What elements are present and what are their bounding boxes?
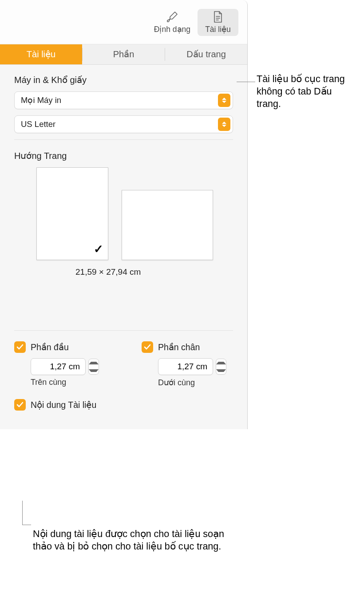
tab-bookmarks[interactable]: Dấu trang [165, 44, 247, 64]
updown-icon [218, 94, 230, 107]
header-margin-input[interactable]: 1,27 cm [31, 358, 86, 375]
document-icon [212, 11, 224, 23]
document-body-checkbox[interactable] [14, 399, 26, 411]
callout-document-body: Nội dung tài liệu được chọn cho tài liệu… [33, 528, 233, 553]
divider [14, 330, 233, 331]
format-tab[interactable]: Định dạng [150, 9, 195, 36]
tab-section[interactable]: Phần [83, 44, 165, 64]
document-tab-label: Tài liệu [205, 25, 231, 34]
header-footer-row: Phần đầu 1,27 cm Trên cùng Phần chân [14, 341, 233, 387]
callout-bookmarks-tab: Tài liệu bố cục trang không có tab Dấu t… [257, 73, 356, 111]
printer-popup[interactable]: Mọi Máy in [14, 91, 233, 109]
checkmark-icon: ✓ [94, 242, 103, 256]
header-sublabel: Trên cùng [31, 378, 99, 387]
printer-paper-label: Máy in & Khổ giấy [14, 75, 233, 85]
orientation-portrait[interactable]: ✓ [36, 167, 108, 260]
document-tab[interactable]: Tài liệu [198, 9, 238, 36]
inspector-panel: Định dạng Tài liệu Tài liệu Phần Dấu tra… [0, 0, 248, 429]
footer-stepper[interactable] [216, 359, 226, 375]
footer-checkbox[interactable] [142, 341, 153, 353]
segmented-tabs: Tài liệu Phần Dấu trang [0, 44, 247, 65]
paintbrush-icon [166, 11, 178, 23]
orientation-options: ✓ [36, 167, 233, 260]
header-checkbox[interactable] [14, 341, 26, 353]
callout-line [22, 525, 31, 525]
updown-icon [218, 118, 230, 131]
header-stepper[interactable] [88, 359, 99, 375]
tab-document[interactable]: Tài liệu [0, 44, 82, 64]
toolbar: Định dạng Tài liệu [0, 0, 247, 44]
paper-value: US Letter [21, 119, 55, 129]
footer-sublabel: Dưới cùng [158, 378, 226, 387]
paper-dimensions: 21,59 × 27,94 cm [75, 267, 233, 277]
callout-line [22, 501, 23, 525]
footer-column: Phần chân 1,27 cm Dưới cùng [142, 341, 226, 387]
document-body-label: Nội dung Tài liệu [31, 400, 96, 410]
header-label: Phần đầu [31, 342, 69, 352]
orientation-label: Hướng Trang [14, 150, 233, 161]
callout-line [237, 82, 255, 82]
orientation-landscape[interactable] [122, 190, 213, 260]
paper-size-popup[interactable]: US Letter [14, 115, 233, 133]
footer-margin-input[interactable]: 1,27 cm [158, 358, 213, 375]
printer-value: Mọi Máy in [21, 95, 61, 105]
content-area: Máy in & Khổ giấy Mọi Máy in US Letter H… [0, 65, 247, 429]
header-column: Phần đầu 1,27 cm Trên cùng [14, 341, 99, 387]
footer-label: Phần chân [158, 342, 200, 352]
divider [14, 139, 233, 140]
format-tab-label: Định dạng [154, 25, 190, 34]
